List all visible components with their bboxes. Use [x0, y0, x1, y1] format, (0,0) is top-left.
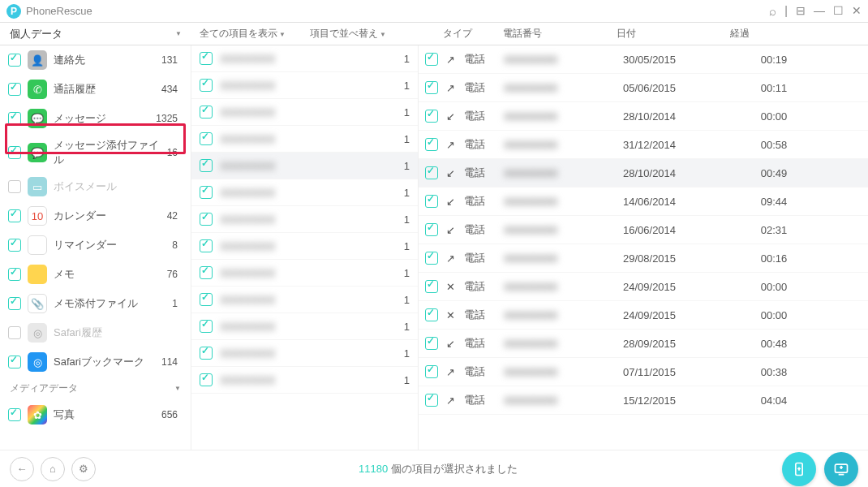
sidebar-media-item-0[interactable]: ✿ 写真 656 [0, 400, 191, 429]
call-row[interactable]: 電話 00000000 15/12/2015 04:04 [419, 386, 868, 415]
checkbox[interactable] [200, 266, 213, 279]
contact-row[interactable]: XXXXXXX 1 [191, 367, 418, 394]
contact-row[interactable]: XXXXXXX 1 [191, 340, 418, 367]
search-icon[interactable]: ⌕ [769, 4, 776, 18]
call-row[interactable]: 電話 00000000 28/10/2014 00:49 [419, 159, 868, 187]
app-title: PhoneRescue [26, 5, 769, 17]
col-showall[interactable]: 全ての項目を表示▼ 項目で並べ替え▼ [191, 27, 419, 41]
call-row[interactable]: 電話 00000000 24/09/2015 00:00 [419, 301, 868, 330]
call-row[interactable]: 電話 00000000 24/09/2015 00:00 [419, 273, 868, 301]
col-duration[interactable]: 経過 [724, 27, 805, 41]
contact-row[interactable]: XXXXXXX 1 [191, 179, 418, 206]
contact-name-blurred: XXXXXXX [221, 347, 385, 360]
contact-row[interactable]: XXXXXXX 1 [191, 45, 418, 72]
checkbox[interactable] [8, 209, 21, 222]
sidebar-item-7[interactable]: メモ 76 [0, 260, 191, 289]
checkbox[interactable] [200, 52, 213, 65]
checkbox[interactable] [200, 159, 213, 172]
sidebar-item-3[interactable]: 💬 メッセージ添付ファイル 16 [0, 133, 191, 172]
checkbox[interactable] [425, 337, 438, 350]
contact-count: 1 [393, 106, 410, 119]
contact-row[interactable]: XXXXXXX 1 [191, 153, 418, 179]
checkbox[interactable] [8, 180, 21, 193]
contact-row[interactable]: XXXXXXX 1 [191, 126, 418, 153]
checkbox[interactable] [200, 213, 213, 226]
checkbox[interactable] [425, 110, 438, 123]
sidebar-item-1[interactable]: ✆ 通話履歴 434 [0, 75, 191, 104]
sidebar-item-count: 114 [161, 356, 183, 368]
checkbox[interactable] [425, 394, 438, 407]
home-button[interactable]: ⌂ [41, 457, 65, 481]
checkbox[interactable] [8, 408, 21, 421]
checkbox[interactable] [425, 365, 438, 378]
checkbox[interactable] [8, 326, 21, 339]
checkbox[interactable] [425, 138, 438, 151]
checkbox[interactable] [425, 166, 438, 179]
checkbox[interactable] [425, 252, 438, 265]
contact-row[interactable]: XXXXXXX 1 [191, 233, 418, 260]
checkbox[interactable] [200, 106, 213, 119]
checkbox[interactable] [200, 239, 213, 252]
checkbox[interactable] [425, 308, 438, 321]
checkbox[interactable] [8, 239, 21, 252]
contact-row[interactable]: XXXXXXX 1 [191, 287, 418, 313]
checkbox[interactable] [8, 356, 21, 368]
call-row[interactable]: 電話 00000000 28/10/2014 00:00 [419, 102, 868, 131]
checkbox[interactable] [425, 223, 438, 236]
checkbox[interactable] [425, 53, 438, 66]
maximize-icon[interactable]: ☐ [833, 4, 844, 18]
checkbox[interactable] [200, 293, 213, 306]
call-row[interactable]: 電話 00000000 28/09/2015 00:48 [419, 330, 868, 358]
call-row[interactable]: 電話 00000000 07/11/2015 00:38 [419, 358, 868, 386]
checkbox[interactable] [8, 54, 21, 67]
group-media[interactable]: メディアデータ▼ [0, 377, 191, 400]
call-row[interactable]: 電話 00000000 31/12/2014 00:58 [419, 131, 868, 159]
col-date[interactable]: 日付 [610, 27, 724, 41]
checkbox[interactable] [200, 320, 213, 333]
contact-row[interactable]: XXXXXXX 1 [191, 99, 418, 126]
call-type: 電話 [464, 166, 500, 180]
checkbox[interactable] [8, 297, 21, 310]
layout-icon[interactable]: ⊟ [796, 4, 806, 18]
contact-row[interactable]: XXXXXXX 1 [191, 260, 418, 287]
sidebar-header[interactable]: 個人データ ▼ [0, 27, 191, 41]
sidebar-item-8[interactable]: 📎 メモ添付ファイル 1 [0, 289, 191, 318]
call-row[interactable]: 電話 00000000 05/06/2015 00:11 [419, 74, 868, 102]
sidebar-item-0[interactable]: 👤 連絡先 131 [0, 45, 191, 75]
checkbox[interactable] [8, 146, 21, 159]
settings-button[interactable]: ⚙ [71, 457, 96, 481]
checkbox[interactable] [8, 83, 21, 96]
call-row[interactable]: 電話 00000000 29/08/2015 00:16 [419, 244, 868, 273]
checkbox[interactable] [200, 79, 213, 92]
checkbox[interactable] [200, 132, 213, 145]
checkbox[interactable] [200, 186, 213, 199]
sidebar-item-5[interactable]: 10 カレンダー 42 [0, 201, 191, 231]
sidebar-item-6[interactable]: ≡ リマインダー 8 [0, 231, 191, 260]
close-icon[interactable]: ✕ [852, 4, 862, 18]
sidebar-item-10[interactable]: ◎ Safariブックマーク 114 [0, 347, 191, 377]
call-row[interactable]: 電話 00000000 30/05/2015 00:19 [419, 45, 868, 74]
call-date: 28/10/2014 [623, 110, 737, 123]
minimize-icon[interactable]: — [814, 4, 825, 18]
sidebar-item-9[interactable]: ◎ Safari履歴 [0, 318, 191, 347]
col-type[interactable]: タイプ [436, 27, 496, 41]
checkbox[interactable] [200, 347, 213, 360]
contact-row[interactable]: XXXXXXX 1 [191, 313, 418, 340]
recover-computer-button[interactable] [824, 452, 858, 486]
sidebar-item-4[interactable]: ▭ ボイスメール [0, 172, 191, 201]
sidebar-item-2[interactable]: 💬 メッセージ 1325 [0, 104, 191, 133]
checkbox[interactable] [8, 112, 21, 125]
call-row[interactable]: 電話 00000000 16/06/2014 02:31 [419, 216, 868, 244]
recover-device-button[interactable] [782, 452, 816, 486]
checkbox[interactable] [425, 81, 438, 94]
checkbox[interactable] [8, 268, 21, 281]
checkbox[interactable] [425, 195, 438, 208]
contact-row[interactable]: XXXXXXX 1 [191, 206, 418, 233]
sidebar-item-count: 42 [167, 210, 183, 222]
back-button[interactable]: ← [10, 457, 34, 481]
call-row[interactable]: 電話 00000000 14/06/2014 09:44 [419, 187, 868, 216]
contact-row[interactable]: XXXXXXX 1 [191, 72, 418, 99]
checkbox[interactable] [200, 373, 213, 386]
checkbox[interactable] [425, 280, 438, 293]
col-phone[interactable]: 電話番号 [496, 27, 610, 41]
